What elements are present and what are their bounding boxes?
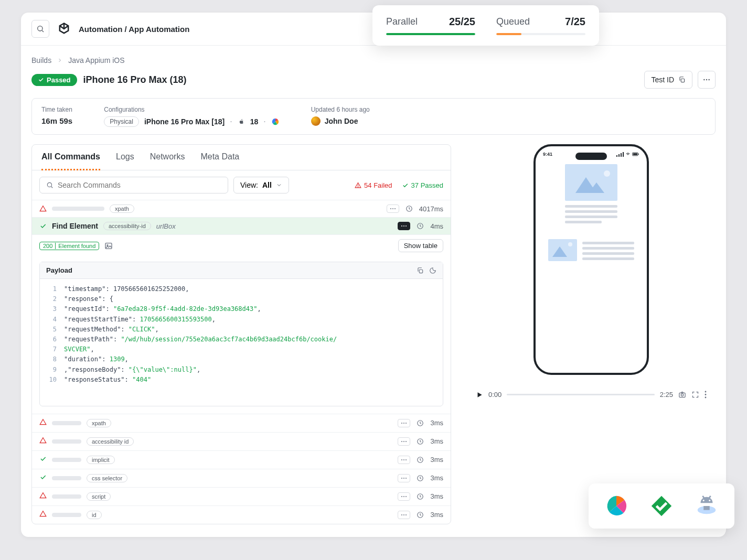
os-card bbox=[589, 483, 734, 529]
config-os: 18 bbox=[250, 117, 259, 126]
svg-point-49 bbox=[568, 242, 572, 246]
view-filter-button[interactable]: View: All bbox=[233, 177, 289, 193]
payload-box: Payload 1"timestamp": 170566560162525200… bbox=[39, 262, 443, 406]
row-menu-button[interactable] bbox=[398, 474, 410, 482]
user-name: John Doe bbox=[325, 117, 358, 125]
crumb-leaf[interactable]: Java Appium iOS bbox=[68, 56, 124, 64]
svg-rect-43 bbox=[633, 153, 637, 155]
tab-networks[interactable]: Networks bbox=[150, 145, 185, 170]
warning-icon bbox=[39, 437, 47, 446]
svg-point-16 bbox=[107, 244, 108, 245]
command-row[interactable]: css selector 3ms bbox=[32, 469, 451, 487]
image-icon[interactable] bbox=[104, 242, 113, 250]
check-icon bbox=[38, 77, 44, 83]
parallel-label: Parallel bbox=[386, 16, 418, 27]
clock-icon bbox=[417, 419, 424, 427]
video-duration: 2:25 bbox=[660, 391, 673, 399]
svg-point-30 bbox=[401, 478, 402, 479]
phone-time: 9:41 bbox=[543, 152, 552, 157]
locator-chip: xpath bbox=[87, 419, 111, 427]
fullscreen-icon[interactable] bbox=[691, 391, 699, 399]
svg-point-47 bbox=[604, 170, 610, 177]
copy-icon bbox=[678, 76, 686, 83]
global-search-button[interactable] bbox=[31, 20, 49, 38]
queued-value: 7/25 bbox=[565, 16, 585, 28]
apple-icon bbox=[238, 118, 245, 125]
clock-icon bbox=[417, 493, 424, 500]
svg-point-12 bbox=[403, 225, 404, 227]
clock-icon bbox=[405, 205, 413, 212]
search-icon bbox=[36, 25, 45, 33]
more-icon[interactable] bbox=[705, 391, 707, 399]
svg-point-3 bbox=[706, 79, 707, 80]
queued-label: Queued bbox=[496, 16, 530, 27]
passed-count: 37 Passed bbox=[402, 181, 443, 189]
locator-chip: accessibility-id bbox=[103, 222, 151, 230]
pinwheel-icon bbox=[604, 494, 628, 518]
row-menu-button[interactable] bbox=[387, 204, 399, 213]
row-menu-button[interactable] bbox=[398, 456, 410, 464]
more-button[interactable] bbox=[698, 71, 716, 89]
parallel-value: 25/25 bbox=[449, 16, 475, 28]
tab-all-commands[interactable]: All Commands bbox=[41, 145, 100, 170]
locator-chip: xpath bbox=[110, 204, 134, 213]
command-row[interactable]: xpath 3ms bbox=[32, 414, 451, 432]
clock-icon bbox=[417, 456, 424, 464]
svg-point-40 bbox=[405, 514, 407, 515]
command-row[interactable]: xpath 4017ms bbox=[32, 200, 451, 217]
svg-point-4 bbox=[708, 79, 709, 80]
svg-point-26 bbox=[401, 459, 402, 460]
warning-icon bbox=[39, 492, 47, 501]
play-icon[interactable] bbox=[476, 391, 483, 399]
row-menu-button[interactable] bbox=[398, 419, 410, 427]
copy-icon[interactable] bbox=[417, 267, 424, 274]
warning-icon bbox=[39, 205, 47, 212]
search-commands-input[interactable] bbox=[39, 177, 228, 193]
tab-metadata[interactable]: Meta Data bbox=[200, 145, 239, 170]
theme-icon[interactable] bbox=[429, 267, 436, 274]
command-row[interactable]: id 3ms bbox=[32, 505, 451, 524]
camera-icon[interactable] bbox=[678, 391, 686, 399]
row-menu-button[interactable] bbox=[398, 222, 410, 230]
svg-point-22 bbox=[401, 441, 402, 442]
status-code-badge: 200Element found bbox=[39, 242, 99, 250]
row-menu-button[interactable] bbox=[398, 492, 410, 501]
dots-icon bbox=[702, 76, 711, 84]
video-track[interactable] bbox=[507, 394, 654, 395]
command-result-row: 200Element found Show table bbox=[32, 234, 451, 256]
locator-chip: implicit bbox=[87, 456, 115, 464]
row-menu-button[interactable] bbox=[398, 511, 410, 519]
pinwheel-icon bbox=[271, 117, 280, 126]
command-row[interactable]: script 3ms bbox=[32, 487, 451, 505]
command-row-expanded[interactable]: Find Element accessibility-id urlBox 4ms bbox=[32, 217, 451, 234]
config-label: Configurations bbox=[104, 106, 279, 113]
check-icon bbox=[39, 222, 47, 230]
chevron-down-icon bbox=[276, 182, 282, 188]
row-menu-button[interactable] bbox=[398, 437, 410, 446]
svg-point-38 bbox=[401, 514, 402, 515]
svg-point-18 bbox=[401, 423, 402, 424]
check-diamond-icon bbox=[649, 494, 674, 518]
test-id-button[interactable]: Test ID bbox=[644, 71, 692, 89]
svg-point-28 bbox=[405, 459, 407, 460]
svg-point-52 bbox=[705, 391, 707, 393]
svg-marker-48 bbox=[552, 246, 567, 257]
svg-point-23 bbox=[403, 441, 404, 442]
show-table-button[interactable]: Show table bbox=[398, 239, 443, 252]
command-row[interactable]: implicit 3ms bbox=[32, 450, 451, 469]
chevron-right-icon bbox=[57, 57, 63, 63]
logo bbox=[57, 21, 71, 36]
locator-arg: urlBox bbox=[156, 222, 176, 230]
command-row[interactable]: accessibility id 3ms bbox=[32, 432, 451, 450]
crumb-root[interactable]: Builds bbox=[31, 56, 51, 64]
clock-icon bbox=[417, 475, 424, 482]
header-breadcrumb: Automation / App Automation bbox=[79, 25, 189, 34]
svg-rect-1 bbox=[681, 79, 684, 82]
check-icon bbox=[402, 182, 409, 189]
warning-icon bbox=[355, 182, 361, 189]
tab-logs[interactable]: Logs bbox=[116, 145, 134, 170]
locator-chip: script bbox=[87, 492, 111, 501]
clock-icon bbox=[417, 438, 424, 445]
stats-card: Parallel25/25 Queued7/25 bbox=[372, 5, 599, 46]
svg-point-11 bbox=[401, 225, 402, 227]
